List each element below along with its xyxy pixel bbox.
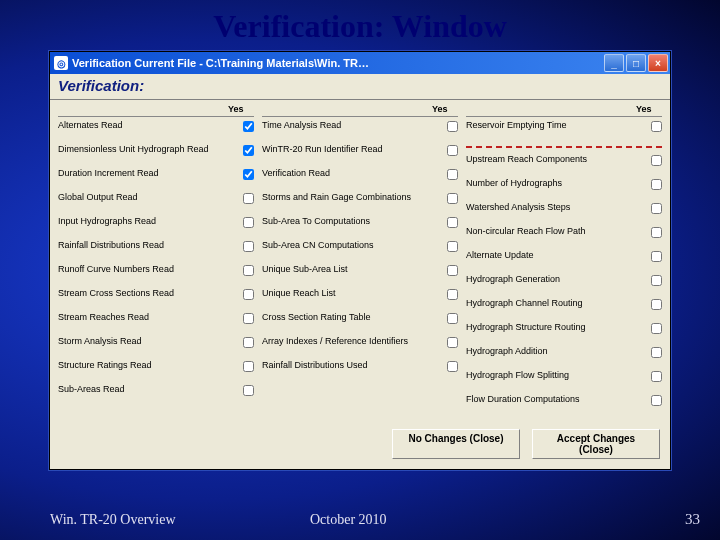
footer-center: October 2010 — [250, 512, 640, 528]
verification-row: Dimensionless Unit Hydrograph Read — [58, 143, 254, 167]
row-checkbox[interactable] — [243, 217, 254, 228]
verification-window: ◎ Verification Current File - C:\Trainin… — [49, 51, 671, 470]
row-label: WinTR-20 Run Identifier Read — [262, 144, 440, 154]
row-checkbox[interactable] — [651, 155, 662, 166]
minimize-button[interactable]: _ — [604, 54, 624, 72]
row-label: Hydrograph Channel Routing — [466, 298, 644, 308]
verification-row: Alternates Read — [58, 119, 254, 143]
row-label: Storm Analysis Read — [58, 336, 236, 346]
row-checkbox[interactable] — [447, 241, 458, 252]
row-checkbox[interactable] — [243, 145, 254, 156]
row-checkbox[interactable] — [243, 289, 254, 300]
verification-row: Hydrograph Addition — [466, 345, 662, 369]
row-label: Non-circular Reach Flow Path — [466, 226, 644, 236]
row-checkbox[interactable] — [651, 227, 662, 238]
yes-label: Yes — [228, 104, 254, 114]
verification-row: Array Indexes / Reference Identifiers — [262, 335, 458, 359]
row-label: Hydrograph Generation — [466, 274, 644, 284]
verification-row: Sub-Areas Read — [58, 383, 254, 407]
no-changes-button[interactable]: No Changes (Close) — [392, 429, 520, 459]
row-checkbox[interactable] — [243, 361, 254, 372]
row-checkbox[interactable] — [243, 313, 254, 324]
verification-row: Runoff Curve Numbers Read — [58, 263, 254, 287]
row-checkbox[interactable] — [447, 145, 458, 156]
titlebar[interactable]: ◎ Verification Current File - C:\Trainin… — [50, 52, 670, 74]
column-0: YesAlternates ReadDimensionless Unit Hyd… — [54, 102, 258, 417]
row-checkbox[interactable] — [651, 371, 662, 382]
page-number: 33 — [640, 511, 720, 528]
column-1: YesTime Analysis ReadWinTR-20 Run Identi… — [258, 102, 462, 417]
row-checkbox[interactable] — [651, 251, 662, 262]
row-label: Alternates Read — [58, 120, 236, 130]
row-checkbox[interactable] — [243, 337, 254, 348]
row-checkbox[interactable] — [651, 275, 662, 286]
row-label: Verification Read — [262, 168, 440, 178]
app-icon: ◎ — [54, 56, 68, 70]
row-label: Unique Reach List — [262, 288, 440, 298]
row-label: Hydrograph Structure Routing — [466, 322, 644, 332]
row-checkbox[interactable] — [243, 265, 254, 276]
row-label: Hydrograph Flow Splitting — [466, 370, 644, 380]
row-label: Sub-Areas Read — [58, 384, 236, 394]
row-label: Structure Ratings Read — [58, 360, 236, 370]
row-checkbox[interactable] — [447, 289, 458, 300]
verification-row: Verification Read — [262, 167, 458, 191]
row-label: Rainfall Distributions Used — [262, 360, 440, 370]
verification-row: Hydrograph Structure Routing — [466, 321, 662, 345]
row-label: Duration Increment Read — [58, 168, 236, 178]
row-label: Input Hydrographs Read — [58, 216, 236, 226]
verification-row: Cross Section Rating Table — [262, 311, 458, 335]
accept-changes-button[interactable]: Accept Changes (Close) — [532, 429, 660, 459]
verification-row: Flow Duration Computations — [466, 393, 662, 417]
row-checkbox[interactable] — [651, 299, 662, 310]
row-checkbox[interactable] — [447, 169, 458, 180]
row-checkbox[interactable] — [651, 395, 662, 406]
row-checkbox[interactable] — [447, 193, 458, 204]
row-checkbox[interactable] — [243, 169, 254, 180]
row-checkbox[interactable] — [447, 313, 458, 324]
row-label: Dimensionless Unit Hydrograph Read — [58, 144, 236, 154]
row-label: Unique Sub-Area List — [262, 264, 440, 274]
row-label: Stream Reaches Read — [58, 312, 236, 322]
row-label: Time Analysis Read — [262, 120, 440, 130]
row-checkbox[interactable] — [447, 121, 458, 132]
yes-label: Yes — [432, 104, 458, 114]
verification-row: Duration Increment Read — [58, 167, 254, 191]
row-checkbox[interactable] — [243, 385, 254, 396]
row-checkbox[interactable] — [447, 337, 458, 348]
row-label: Cross Section Rating Table — [262, 312, 440, 322]
verification-row: Rainfall Distributions Read — [58, 239, 254, 263]
row-checkbox[interactable] — [651, 203, 662, 214]
row-label: Number of Hydrographs — [466, 178, 644, 188]
column-2: YesReservoir Emptying TimeUpstream Reach… — [462, 102, 666, 417]
verification-row: Sub-Area To Computations — [262, 215, 458, 239]
verification-row: Rainfall Distributions Used — [262, 359, 458, 383]
row-checkbox[interactable] — [447, 361, 458, 372]
verification-row: Upstream Reach Components — [466, 153, 662, 177]
row-checkbox[interactable] — [651, 347, 662, 358]
verification-row: Number of Hydrographs — [466, 177, 662, 201]
row-label: Rainfall Distributions Read — [58, 240, 236, 250]
row-label: Global Output Read — [58, 192, 236, 202]
yes-header: Yes — [262, 102, 458, 117]
row-checkbox[interactable] — [447, 217, 458, 228]
row-checkbox[interactable] — [651, 121, 662, 132]
window-title: Verification Current File - C:\Training … — [72, 57, 604, 69]
close-button[interactable]: × — [648, 54, 668, 72]
maximize-button[interactable]: □ — [626, 54, 646, 72]
row-checkbox[interactable] — [243, 241, 254, 252]
row-checkbox[interactable] — [447, 265, 458, 276]
yes-label: Yes — [636, 104, 662, 114]
row-checkbox[interactable] — [243, 121, 254, 132]
verification-row: Hydrograph Channel Routing — [466, 297, 662, 321]
verification-row: Hydrograph Flow Splitting — [466, 369, 662, 393]
verification-row: Time Analysis Read — [262, 119, 458, 143]
verification-row: Sub-Area CN Computations — [262, 239, 458, 263]
verification-row: Storm Analysis Read — [58, 335, 254, 359]
verification-row: Unique Sub-Area List — [262, 263, 458, 287]
columns-container: YesAlternates ReadDimensionless Unit Hyd… — [50, 100, 670, 421]
row-checkbox[interactable] — [243, 193, 254, 204]
row-checkbox[interactable] — [651, 179, 662, 190]
row-checkbox[interactable] — [651, 323, 662, 334]
verification-row: Alternate Update — [466, 249, 662, 273]
